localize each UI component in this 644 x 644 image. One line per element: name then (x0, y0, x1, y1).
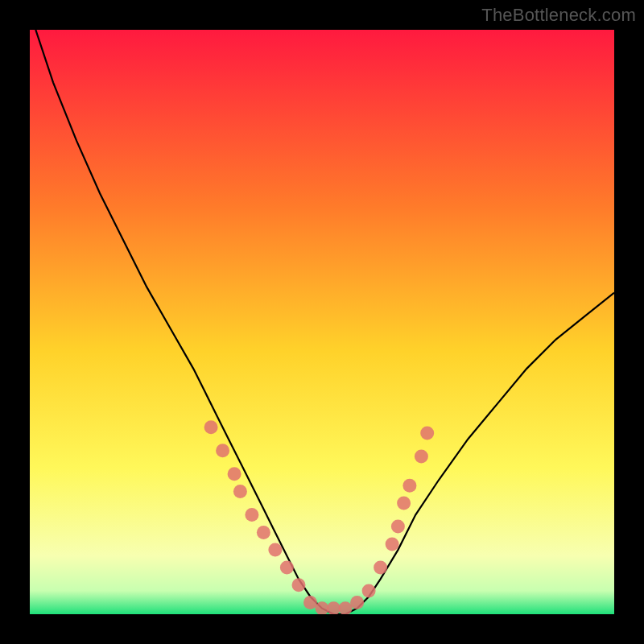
curve-marker (245, 508, 258, 522)
curve-marker (327, 601, 341, 614)
curve-marker (420, 426, 434, 440)
curve-marker (257, 526, 270, 539)
curve-marker (204, 420, 218, 434)
curve-marker (292, 578, 306, 592)
curve-marker (228, 467, 242, 481)
outer-frame: TheBottleneck.com (0, 0, 644, 644)
curve-marker (350, 596, 364, 609)
curve-marker (280, 560, 294, 574)
curve-marker (386, 537, 399, 551)
curve-marker (374, 560, 387, 574)
curve-marker (339, 601, 353, 614)
curve-marker (216, 444, 229, 457)
plot-area (30, 30, 614, 614)
watermark-text: TheBottleneck.com (481, 5, 636, 26)
curve-marker (303, 596, 317, 609)
curve-marker (233, 485, 247, 498)
curve-marker (362, 584, 376, 598)
curve-marker (397, 497, 411, 510)
curve-marker (391, 520, 405, 534)
bottleneck-curve (30, 30, 614, 614)
curve-marker (402, 479, 416, 493)
curve-marker (415, 450, 428, 464)
curve-marker (268, 543, 282, 557)
